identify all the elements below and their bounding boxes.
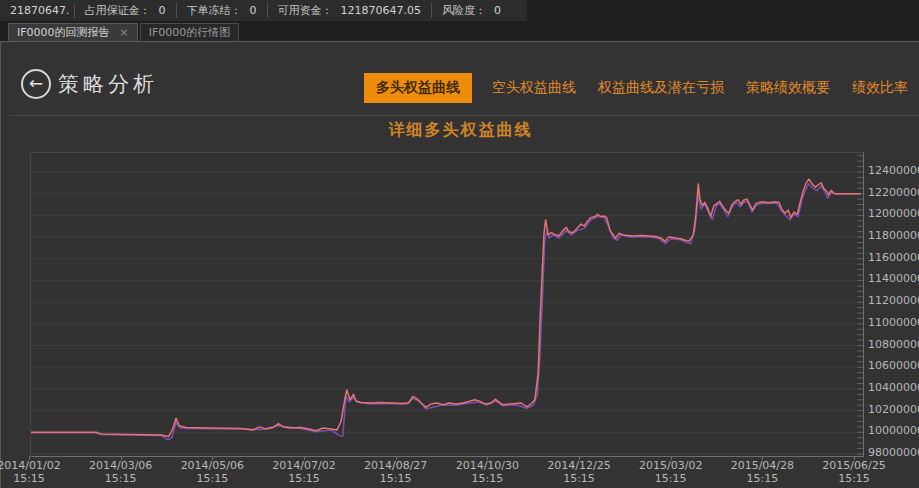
account-strip-fields: 21870647. 占用保证金： 0 下单冻结： 0 可用资金： 1218706… xyxy=(0,0,527,21)
x-axis-label: 2015/04/2815:15 xyxy=(717,459,807,485)
nav-short-equity-curve[interactable]: 空头权益曲线 xyxy=(492,79,576,97)
tab-quote-chart[interactable]: IF0000的行情图 xyxy=(140,23,240,41)
margin-used-value: 0 xyxy=(159,4,166,17)
available-funds-label: 可用资金： xyxy=(278,3,333,18)
risk-level-field: 风险度： 0 xyxy=(431,3,511,18)
y-axis-label: 120000000 xyxy=(868,207,918,220)
tab-quote-chart-label: IF0000的行情图 xyxy=(149,25,231,40)
y-axis-label: 112000000 xyxy=(868,294,918,307)
y-axis-label: 110000000 xyxy=(868,316,918,329)
equity-chart-plot[interactable] xyxy=(30,152,864,457)
tab-backtest-report[interactable]: IF0000的回测报告 × xyxy=(8,23,138,41)
chart-title: 详细多头权益曲线 xyxy=(1,120,919,141)
long-equity-secondary xyxy=(31,184,861,440)
long-equity-primary xyxy=(31,179,861,437)
y-axis-label: 104000000 xyxy=(868,381,918,394)
available-funds-value: 121870647.05 xyxy=(341,4,421,17)
x-axis-label: 2015/03/0215:15 xyxy=(626,459,716,485)
x-axis-label: 2014/12/2515:15 xyxy=(534,459,624,485)
y-axis-label: 124000000 xyxy=(868,164,918,177)
nav-equity-and-drawdown[interactable]: 权益曲线及潜在亏损 xyxy=(598,79,724,97)
x-axis-label: 2014/01/0215:15 xyxy=(0,459,74,485)
available-funds-field: 可用资金： 121870647.05 xyxy=(267,3,431,18)
risk-level-label: 风险度： xyxy=(442,3,486,18)
account-balance-value: 21870647. xyxy=(10,4,70,17)
risk-level-value: 0 xyxy=(494,4,501,17)
y-axis-label: 118000000 xyxy=(868,229,918,242)
header-divider xyxy=(9,115,919,116)
y-axis-label: 108000000 xyxy=(868,338,918,351)
margin-used-field: 占用保证金： 0 xyxy=(74,3,176,18)
order-frozen-field: 下单冻结： 0 xyxy=(176,3,267,18)
y-axis-label: 106000000 xyxy=(868,359,918,372)
x-axis-label: 2014/07/0215:15 xyxy=(259,459,349,485)
close-icon[interactable]: × xyxy=(120,26,129,39)
tab-backtest-report-label: IF0000的回测报告 xyxy=(17,25,110,40)
back-arrow-icon: ← xyxy=(29,75,43,92)
margin-used-label: 占用保证金： xyxy=(85,3,151,18)
account-balance-partial: 21870647. xyxy=(0,3,74,18)
y-axis-label: 122000000 xyxy=(868,186,918,199)
report-nav: 多头权益曲线 空头权益曲线 权益曲线及潜在亏损 策略绩效概要 绩效比率 xyxy=(355,73,919,103)
equity-chart-svg xyxy=(31,153,863,456)
x-axis-label: 2015/06/2515:15 xyxy=(809,459,899,485)
document-tabbar: IF0000的回测报告 × IF0000的行情图 xyxy=(0,21,919,42)
nav-performance-ratios[interactable]: 绩效比率 xyxy=(852,79,908,97)
y-axis-label: 98000000 xyxy=(868,446,918,459)
account-strip: 21870647. 占用保证金： 0 下单冻结： 0 可用资金： 1218706… xyxy=(0,0,919,21)
y-axis-label: 114000000 xyxy=(868,272,918,285)
x-axis-label: 2014/05/0615:15 xyxy=(167,459,257,485)
x-axis-label: 2014/08/2715:15 xyxy=(351,459,441,485)
nav-long-equity-curve[interactable]: 多头权益曲线 xyxy=(364,73,472,103)
back-button[interactable]: ← xyxy=(21,69,51,99)
y-axis-label: 102000000 xyxy=(868,403,918,416)
page-title: 策略分析 xyxy=(58,70,158,98)
order-frozen-label: 下单冻结： xyxy=(187,3,242,18)
order-frozen-value: 0 xyxy=(250,4,257,17)
y-axis-label: 116000000 xyxy=(868,251,918,264)
nav-performance-summary[interactable]: 策略绩效概要 xyxy=(746,79,830,97)
x-axis-label: 2014/03/0615:15 xyxy=(76,459,166,485)
x-axis-label: 2014/10/3015:15 xyxy=(442,459,532,485)
y-axis-label: 100000000 xyxy=(868,424,918,437)
